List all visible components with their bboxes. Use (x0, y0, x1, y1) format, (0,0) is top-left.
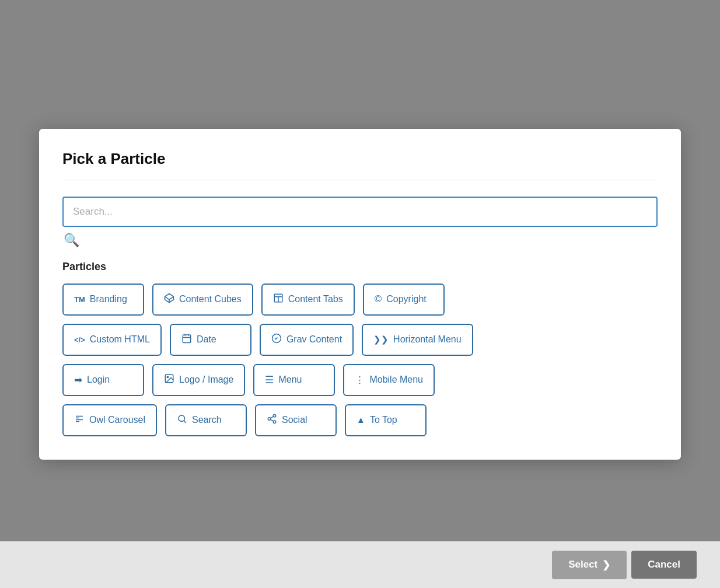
particle-label-content-tabs: Content Tabs (288, 294, 343, 304)
particle-label-branding: Branding (90, 294, 127, 304)
particles-row: </>Custom HTMLDateGrav Content❯❯Horizont… (62, 324, 658, 356)
particle-label-copyright: Copyright (386, 294, 426, 304)
modal-footer: Select ❯ Cancel (0, 541, 720, 588)
particle-label-content-cubes: Content Cubes (179, 294, 242, 304)
owl-carousel-icon (74, 414, 85, 427)
particle-btn-social[interactable]: Social (255, 404, 337, 436)
content-cubes-icon (164, 293, 174, 306)
particle-btn-branding[interactable]: TMBranding (62, 284, 144, 316)
login-icon: ➡ (74, 374, 82, 386)
particle-btn-owl-carousel[interactable]: Owl Carousel (62, 404, 157, 436)
svg-line-21 (270, 419, 273, 421)
arrow-right-icon: ❯ (602, 559, 610, 571)
search-icon: 🔍 (64, 233, 658, 248)
divider (62, 180, 658, 180)
particles-section-label: Particles (62, 261, 658, 273)
svg-point-11 (167, 376, 168, 377)
particle-btn-to-top[interactable]: ▲To Top (345, 404, 427, 436)
particle-label-owl-carousel: Owl Carousel (89, 415, 145, 425)
horizontal-menu-icon: ❯❯ (373, 334, 389, 345)
particle-label-grav-content: Grav Content (286, 334, 342, 345)
particles-row: TMBrandingContent CubesContent Tabs©Copy… (62, 284, 658, 316)
date-icon (181, 333, 192, 346)
menu-icon: ☰ (265, 374, 274, 386)
search-wrapper (62, 197, 658, 227)
particle-btn-horizontal-menu[interactable]: ❯❯Horizontal Menu (362, 324, 473, 356)
select-button[interactable]: Select ❯ (552, 551, 627, 579)
particle-label-search: Search (192, 415, 222, 425)
particle-label-social: Social (282, 415, 307, 425)
particle-label-date: Date (197, 334, 216, 345)
svg-point-16 (179, 415, 185, 422)
copyright-icon: © (375, 293, 382, 305)
search-icon (177, 414, 187, 427)
particle-btn-date[interactable]: Date (170, 324, 251, 356)
modal-overlay: Pick a Particle 🔍 Particles TMBrandingCo… (0, 0, 720, 588)
to-top-icon: ▲ (356, 414, 365, 426)
content-tabs-icon (273, 293, 284, 306)
particle-btn-grav-content[interactable]: Grav Content (260, 324, 354, 356)
particle-label-horizontal-menu: Horizontal Menu (393, 334, 462, 345)
particle-btn-content-tabs[interactable]: Content Tabs (261, 284, 355, 316)
svg-rect-5 (183, 335, 191, 343)
cancel-button[interactable]: Cancel (631, 551, 697, 579)
mobile-menu-icon: ⋮ (355, 374, 365, 386)
particle-btn-menu[interactable]: ☰Menu (253, 364, 335, 396)
particle-label-logo-image: Logo / Image (179, 374, 233, 385)
pick-particle-modal: Pick a Particle 🔍 Particles TMBrandingCo… (39, 129, 681, 460)
svg-line-22 (270, 416, 273, 418)
particle-btn-custom-html[interactable]: </>Custom HTML (62, 324, 162, 356)
custom-html-icon: </> (74, 334, 85, 345)
particles-row: ➡LoginLogo / Image☰Menu⋮Mobile Menu (62, 364, 658, 396)
particle-btn-mobile-menu[interactable]: ⋮Mobile Menu (343, 364, 435, 396)
social-icon (267, 414, 277, 427)
particle-label-mobile-menu: Mobile Menu (369, 374, 423, 385)
particle-btn-login[interactable]: ➡Login (62, 364, 144, 396)
svg-point-18 (273, 414, 276, 417)
logo-image-icon (164, 373, 174, 387)
svg-point-20 (273, 421, 276, 424)
svg-point-19 (268, 417, 271, 420)
svg-line-17 (184, 421, 186, 422)
particle-btn-logo-image[interactable]: Logo / Image (152, 364, 245, 396)
particle-btn-content-cubes[interactable]: Content Cubes (152, 284, 253, 316)
modal-title: Pick a Particle (62, 150, 658, 168)
particles-row: Owl CarouselSearchSocial▲To Top (62, 404, 658, 436)
particle-label-to-top: To Top (370, 415, 397, 425)
search-input[interactable] (62, 197, 658, 227)
branding-icon: TM (74, 293, 85, 305)
particle-label-login: Login (87, 374, 110, 385)
particle-label-custom-html: Custom HTML (90, 334, 150, 345)
grav-content-icon (271, 333, 282, 346)
particles-grid: TMBrandingContent CubesContent Tabs©Copy… (62, 284, 658, 436)
particle-btn-search[interactable]: Search (165, 404, 247, 436)
particle-label-menu: Menu (278, 374, 302, 385)
particle-btn-copyright[interactable]: ©Copyright (363, 284, 445, 316)
